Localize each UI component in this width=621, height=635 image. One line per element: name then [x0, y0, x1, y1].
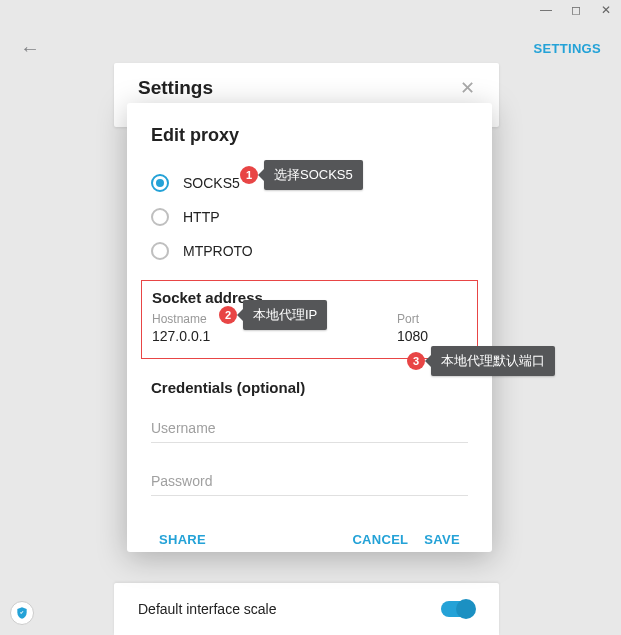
minimize-button[interactable]: —: [531, 0, 561, 20]
settings-link[interactable]: SETTINGS: [534, 41, 601, 56]
back-icon[interactable]: ←: [20, 37, 40, 60]
close-icon[interactable]: ✕: [460, 77, 475, 99]
radio-label: HTTP: [183, 209, 220, 225]
radio-mtproto[interactable]: MTPROTO: [151, 234, 468, 268]
port-field[interactable]: Port 1080: [397, 312, 467, 344]
radio-label: SOCKS5: [183, 175, 240, 191]
cancel-button[interactable]: CANCEL: [344, 526, 416, 553]
share-button[interactable]: SHARE: [151, 526, 214, 553]
badge-2: 2: [219, 306, 237, 324]
port-label: Port: [397, 312, 467, 326]
credentials-title: Credentials (optional): [151, 379, 468, 396]
top-bar: ← SETTINGS: [0, 32, 621, 64]
hostname-value: 127.0.0.1: [152, 328, 377, 344]
radio-icon: [151, 174, 169, 192]
port-value: 1080: [397, 328, 467, 344]
radio-http[interactable]: HTTP: [151, 200, 468, 234]
window-controls: — ◻ ✕: [531, 0, 621, 20]
window-close-button[interactable]: ✕: [591, 0, 621, 20]
callout-3: 本地代理默认端口: [431, 346, 555, 376]
radio-icon: [151, 208, 169, 226]
dialog-actions: SHARE CANCEL SAVE: [151, 526, 468, 553]
badge-3: 3: [407, 352, 425, 370]
radio-label: MTPROTO: [183, 243, 253, 259]
interface-scale-label: Default interface scale: [138, 601, 277, 617]
dialog-title: Edit proxy: [151, 125, 468, 146]
bottom-bar: Default interface scale: [114, 583, 499, 635]
username-input[interactable]: [151, 416, 468, 443]
badge-1: 1: [240, 166, 258, 184]
save-button[interactable]: SAVE: [416, 526, 468, 553]
password-input[interactable]: [151, 469, 468, 496]
radio-icon: [151, 242, 169, 260]
panel-title: Settings: [138, 77, 213, 99]
callout-1: 选择SOCKS5: [264, 160, 363, 190]
shield-icon[interactable]: [10, 601, 34, 625]
callout-2: 本地代理IP: [243, 300, 327, 330]
maximize-button[interactable]: ◻: [561, 0, 591, 20]
interface-scale-toggle[interactable]: [441, 601, 475, 617]
